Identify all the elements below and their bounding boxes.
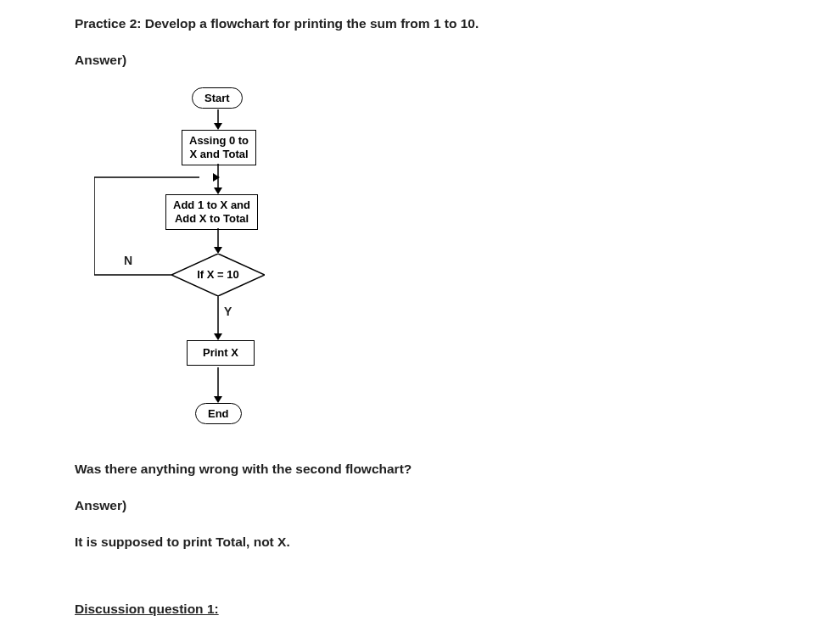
question-2: Was there anything wrong with the second… [75,459,765,478]
arrow-decision-to-print [213,296,223,340]
flowchart-assign: Assing 0 to X and Total [182,130,256,166]
svg-marker-4 [213,173,220,182]
svg-marker-9 [214,333,222,340]
svg-marker-1 [214,123,222,130]
answer-2-text: It is supposed to print Total, not X. [75,532,765,551]
answer-label-2: Answer) [75,495,765,515]
practice-title: Practice 2: Develop a flowchart for prin… [75,14,765,33]
svg-marker-11 [214,396,222,403]
flowchart-diagram: Start Assing 0 to X and Total Add 1 to X… [83,87,355,444]
discussion-heading: Discussion question 1: [75,599,765,618]
flowchart-print: Print X [187,340,255,366]
flowchart-end: End [195,403,242,424]
svg-marker-6 [214,247,222,254]
arrow-print-to-end [213,367,223,403]
decision-yes-label: Y [224,305,232,318]
arrow-add-to-decision [213,228,223,254]
flowchart-start: Start [192,87,243,109]
answer-label-1: Answer) [75,50,765,70]
loop-back-line [94,172,204,283]
svg-marker-3 [214,187,222,194]
arrow-start-to-assign [213,109,223,130]
